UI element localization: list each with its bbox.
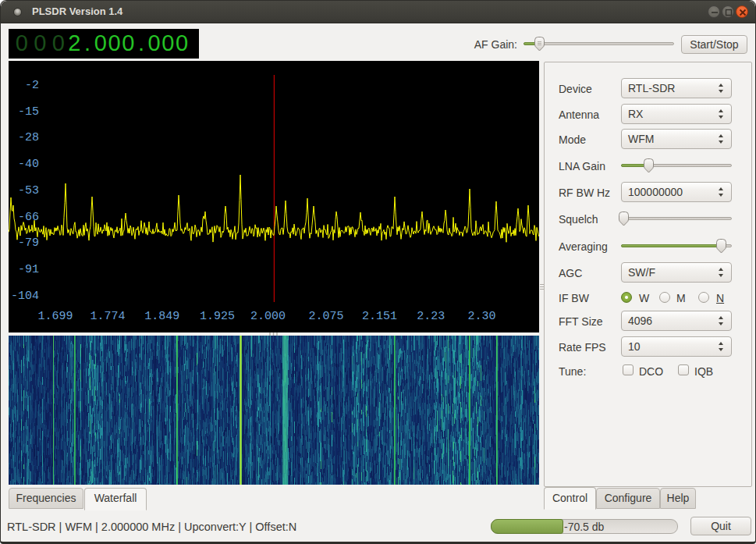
svg-text:-15: -15 [18,105,39,119]
svg-text:1.774: 1.774 [90,310,125,323]
svg-text:-53: -53 [18,184,39,197]
svg-text:1.699: 1.699 [37,310,73,323]
svg-text:-2: -2 [25,79,39,92]
svg-text:-28: -28 [18,131,39,144]
svg-text:2.000: 2.000 [250,310,286,323]
svg-text:-104: -104 [11,290,39,303]
svg-text:2.075: 2.075 [308,310,343,323]
svg-text:2.151: 2.151 [362,310,397,323]
svg-text:-79: -79 [18,236,39,250]
svg-text:2.23: 2.23 [417,310,445,323]
svg-text:-40: -40 [18,158,39,171]
svg-text:-91: -91 [18,263,39,276]
svg-text:1.925: 1.925 [200,310,235,323]
svg-text:-66: -66 [18,211,39,224]
svg-text:2.30: 2.30 [467,310,495,323]
svg-text:1.849: 1.849 [144,310,179,323]
